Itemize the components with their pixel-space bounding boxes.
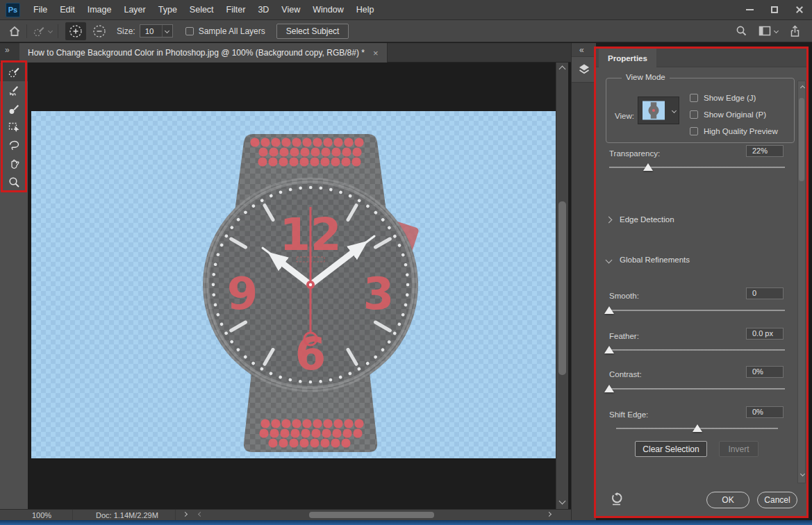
- vertical-scrollbar[interactable]: [556, 62, 568, 509]
- feather-slider-thumb[interactable]: [604, 346, 614, 353]
- tool-preset-button[interactable]: [33, 25, 52, 38]
- shift-edge-slider-thumb[interactable]: [693, 424, 702, 432]
- menu-bar: Ps File Edit Image Layer Type Select Fil…: [0, 0, 812, 20]
- add-to-selection-button[interactable]: [65, 22, 86, 40]
- transparency-slider[interactable]: [609, 162, 785, 173]
- layers-panel-button[interactable]: [572, 56, 597, 83]
- show-edge-option[interactable]: Show Edge (J): [690, 94, 756, 102]
- tab-overflow-button[interactable]: »: [5, 45, 8, 55]
- size-dropdown-button[interactable]: [162, 25, 172, 37]
- document-tab-bar: » How to Change Background Color in Phot…: [0, 43, 571, 62]
- zoom-tool[interactable]: [0, 173, 28, 192]
- chevron-right-icon: [606, 216, 613, 223]
- properties-tab[interactable]: Properties: [599, 49, 656, 67]
- show-original-option[interactable]: Show Original (P): [690, 110, 766, 119]
- share-button[interactable]: [789, 25, 801, 38]
- vertical-scroll-thumb[interactable]: [558, 201, 566, 375]
- workspace-layout-icon: [759, 26, 771, 36]
- scroll-down-icon[interactable]: [559, 498, 566, 505]
- smooth-slider-thumb[interactable]: [604, 306, 614, 314]
- menu-view[interactable]: View: [275, 0, 306, 20]
- hand-icon: [8, 157, 21, 170]
- status-next-icon[interactable]: [183, 512, 188, 517]
- show-edge-checkbox[interactable]: [690, 94, 698, 102]
- feather-label: Feather:: [609, 332, 639, 340]
- transparency-slider-thumb[interactable]: [643, 163, 653, 171]
- status-prev-icon[interactable]: [198, 512, 203, 517]
- panel-scroll-thumb[interactable]: [799, 98, 804, 181]
- shift-edge-value-field[interactable]: 0%: [746, 406, 784, 418]
- zoom-icon: [8, 176, 21, 189]
- global-refinements-section[interactable]: Global Refinements: [606, 256, 690, 264]
- slider-track[interactable]: [609, 349, 785, 351]
- scroll-right-icon[interactable]: [547, 512, 552, 517]
- tab-close-button[interactable]: ×: [373, 48, 379, 58]
- cancel-button[interactable]: Cancel: [757, 492, 797, 508]
- search-button[interactable]: [736, 25, 747, 37]
- zoom-level-field[interactable]: 100%: [32, 511, 51, 519]
- refine-edge-brush-tool[interactable]: [0, 81, 28, 100]
- size-label: Size:: [117, 26, 135, 36]
- reset-icon: [610, 492, 624, 506]
- document-tab[interactable]: How to Change Background Color in Photos…: [19, 43, 388, 62]
- feather-value-field[interactable]: 0.0 px: [746, 328, 784, 340]
- home-button[interactable]: [8, 25, 21, 38]
- clear-selection-button[interactable]: Clear Selection: [635, 441, 707, 457]
- status-bar: 100% Doc: 1.14M/2.29M: [0, 509, 571, 520]
- contrast-slider[interactable]: [609, 383, 785, 394]
- hand-tool[interactable]: [0, 155, 28, 174]
- brush-tool[interactable]: [0, 99, 28, 118]
- high-quality-preview-checkbox[interactable]: [690, 127, 698, 135]
- workspace-switcher-button[interactable]: [759, 26, 778, 36]
- menu-3d[interactable]: 3D: [251, 0, 275, 20]
- menu-window[interactable]: Window: [306, 0, 349, 20]
- window-controls: [737, 0, 812, 19]
- contrast-slider-thumb[interactable]: [604, 385, 614, 392]
- view-mode-dropdown[interactable]: [638, 97, 679, 124]
- minimize-button[interactable]: [737, 0, 762, 19]
- minus-circle-icon: [92, 24, 107, 39]
- edge-detection-section[interactable]: Edge Detection: [606, 215, 674, 224]
- scroll-up-icon[interactable]: [559, 66, 566, 73]
- smooth-value-field[interactable]: 0: [746, 288, 784, 299]
- edge-detection-label: Edge Detection: [620, 215, 674, 224]
- transparency-value-field[interactable]: 22%: [746, 145, 784, 157]
- menu-select[interactable]: Select: [183, 0, 220, 20]
- slider-track[interactable]: [609, 167, 785, 168]
- subtract-from-selection-button[interactable]: [89, 22, 110, 40]
- lasso-tool[interactable]: [0, 136, 28, 155]
- divider: [26, 24, 27, 38]
- smooth-slider[interactable]: [609, 305, 785, 316]
- panel-scrollbar[interactable]: [797, 81, 806, 483]
- reset-button[interactable]: [610, 492, 624, 508]
- share-icon: [789, 25, 801, 38]
- high-quality-preview-option[interactable]: High Quality Preview: [690, 127, 778, 135]
- menu-filter[interactable]: Filter: [220, 0, 252, 20]
- show-original-checkbox[interactable]: [690, 110, 698, 119]
- horizontal-scroll-thumb[interactable]: [309, 512, 434, 518]
- select-subject-button[interactable]: Select Subject: [276, 24, 349, 39]
- feather-slider[interactable]: [609, 344, 785, 356]
- close-button[interactable]: [787, 0, 812, 19]
- menu-image[interactable]: Image: [81, 0, 118, 20]
- sample-all-layers-checkbox[interactable]: [185, 27, 194, 35]
- brush-size-select[interactable]: 10: [140, 24, 173, 38]
- object-selection-tool[interactable]: [0, 118, 28, 137]
- menu-edit[interactable]: Edit: [53, 0, 81, 20]
- menu-file[interactable]: File: [27, 0, 53, 20]
- slider-track[interactable]: [609, 310, 785, 311]
- quick-selection-tool[interactable]: [0, 62, 28, 81]
- menu-layer[interactable]: Layer: [117, 0, 151, 20]
- menu-type[interactable]: Type: [152, 0, 183, 20]
- slider-track[interactable]: [609, 388, 785, 390]
- contrast-value-field[interactable]: 0%: [746, 366, 784, 378]
- ok-button[interactable]: OK: [706, 492, 749, 508]
- maximize-button[interactable]: [762, 0, 787, 19]
- view-dropdown-button[interactable]: [669, 97, 679, 124]
- menu-help[interactable]: Help: [350, 0, 381, 20]
- svg-text:9: 9: [227, 268, 258, 319]
- shift-edge-slider[interactable]: [616, 423, 778, 434]
- expand-panels-button[interactable]: «: [579, 45, 583, 55]
- invert-button[interactable]: Invert: [719, 441, 759, 457]
- document-image[interactable]: 12 3 6 9: [31, 111, 556, 458]
